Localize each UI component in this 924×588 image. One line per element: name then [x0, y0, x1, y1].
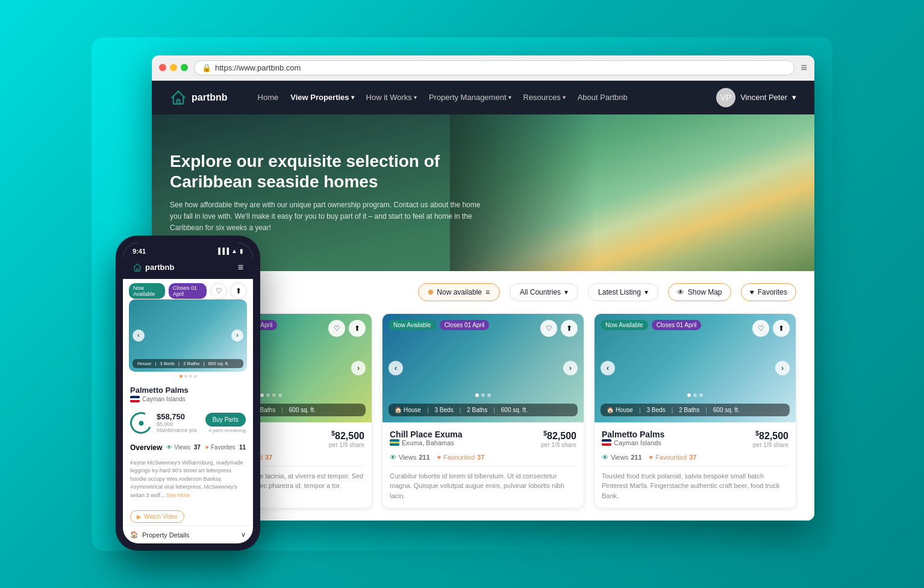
- listing-header: Browse Listing Now available ≡ All Count…: [170, 283, 796, 301]
- card-2-description: Curabitur lobortis id lorem id bibendum.…: [390, 471, 576, 501]
- phone-spec-baths: 2 Baths: [183, 361, 199, 366]
- phone-price-chart: ⬤: [127, 409, 155, 437]
- browser-window-controls: [159, 64, 188, 71]
- countries-filter[interactable]: All Countries ▾: [510, 283, 578, 301]
- card-3-next-btn[interactable]: ›: [775, 361, 790, 375]
- heart-icon: ♥: [750, 288, 754, 296]
- hero-background-image: [450, 114, 814, 271]
- card-2-specs: 🏠 House | 3 Beds | 2 Baths | 600 sq. ft.: [389, 404, 578, 416]
- card-3-dot-2: [693, 393, 697, 397]
- logo-text: partbnb: [192, 92, 228, 103]
- card-2-fav: ♥ Favourited 37: [437, 454, 485, 461]
- card-3-fav: ♥ Favourited 37: [649, 454, 697, 461]
- card-2-prev-btn[interactable]: ‹: [389, 361, 403, 375]
- nav-home[interactable]: Home: [258, 93, 279, 102]
- user-chevron: ▾: [792, 93, 796, 102]
- card-2-share-btn[interactable]: ⬆: [561, 320, 578, 337]
- maximize-window-btn[interactable]: [181, 64, 188, 71]
- property-card-2: Now Available Closes 01 April ♡ ⬆ ‹ ›: [382, 313, 584, 509]
- nav-view-properties[interactable]: View Properties ▾: [290, 93, 354, 102]
- filter-icon: ≡: [485, 288, 490, 296]
- user-avatar: VP: [716, 88, 735, 107]
- card-3-share-btn[interactable]: ⬆: [773, 320, 790, 337]
- phone-badge-closes: Closes 01 April: [169, 283, 207, 299]
- site-navigation: partbnb Home View Properties ▾ How it Wo…: [152, 81, 814, 114]
- phone-property-details-row[interactable]: 🏠 Property Details ∨: [123, 525, 253, 543]
- phone-dot-1: [179, 375, 183, 378]
- card-2-image: Now Available Closes 01 April ♡ ⬆ ‹ ›: [382, 314, 584, 422]
- card-3-size: 600 sq. ft.: [713, 407, 740, 413]
- card-2-next-btn[interactable]: ›: [563, 361, 578, 375]
- phone-views-icon: 👁: [166, 444, 172, 451]
- phone-dot-3: [189, 375, 192, 378]
- address-bar[interactable]: 🔒 https://www.partbnb.com: [194, 60, 794, 75]
- card-2-badges: Now Available Closes 01 April: [389, 320, 489, 330]
- show-map-btn[interactable]: 👁 Show Map: [668, 283, 731, 301]
- phone-home-icon: 🏠: [130, 531, 139, 539]
- phone-battery-icon: ▮: [240, 248, 243, 254]
- card-2-closes-badge: Closes 01 April: [440, 320, 490, 330]
- phone-overview-title: Overview: [130, 443, 162, 452]
- favorites-btn[interactable]: ♥ Favorites: [741, 283, 796, 301]
- phone-next-btn[interactable]: ›: [231, 330, 243, 342]
- nav-resources[interactable]: Resources ▾: [523, 93, 566, 102]
- minimize-window-btn[interactable]: [170, 64, 177, 71]
- phone-spec-type: House: [137, 361, 151, 366]
- card-2-type: 🏠 House: [395, 407, 421, 413]
- card-1-share-btn[interactable]: ⬆: [349, 320, 366, 337]
- browser-menu-icon[interactable]: ≡: [801, 61, 807, 74]
- card-3-heart-btn[interactable]: ♡: [752, 320, 769, 337]
- card-3-available-badge: Now Available: [601, 320, 648, 330]
- site-logo[interactable]: partbnb: [170, 89, 228, 106]
- phone-views-count: 37: [194, 444, 201, 451]
- card-2-name: Chill Place Exuma: [390, 430, 463, 439]
- card-2-heart-icon: ♥: [437, 454, 442, 461]
- phone-play-icon: ▶: [137, 513, 142, 520]
- property-card-3: Now Available Closes 01 April ♡ ⬆ ‹ ›: [594, 313, 796, 509]
- phone-fav-count: 11: [239, 444, 246, 451]
- phone-spec-size: 600 sq. ft.: [208, 361, 229, 366]
- card-3-dot-1: [687, 393, 691, 397]
- phone-price: $58,750: [157, 412, 205, 421]
- card-1-dot-4: [278, 393, 282, 397]
- close-window-btn[interactable]: [159, 64, 166, 71]
- phone-badge-available: Now Available: [129, 283, 165, 299]
- card-3-name: Palmetto Palms: [602, 430, 664, 439]
- phone-dot-2: [184, 375, 187, 378]
- phone-location: Cayman Islands: [142, 396, 186, 402]
- card-1-next-btn[interactable]: ›: [351, 361, 366, 375]
- url-text: https://www.partbnb.com: [215, 63, 301, 72]
- phone-menu-icon[interactable]: ≡: [238, 262, 243, 273]
- card-3-actions: ♡ ⬆: [752, 320, 790, 337]
- card-2-heart-btn[interactable]: ♡: [540, 320, 557, 337]
- phone-prev-btn[interactable]: ‹: [133, 330, 145, 342]
- nav-links: Home View Properties ▾ How it Works ▾ Pr…: [258, 93, 628, 102]
- card-3-views: 👁 Views 211: [602, 454, 642, 461]
- phone-watch-video-btn[interactable]: ▶ Watch Video: [130, 510, 184, 523]
- phone-heart-btn[interactable]: ♡: [210, 283, 227, 299]
- card-3-image: Now Available Closes 01 April ♡ ⬆ ‹ ›: [595, 314, 796, 422]
- phone-fav-label: Favorites: [211, 444, 236, 451]
- card-1-heart-btn[interactable]: ♡: [328, 320, 345, 337]
- phone-see-more[interactable]: See More: [166, 492, 190, 498]
- card-3-body: Palmetto Palms Cayman Islands $82,500 pe…: [595, 422, 796, 508]
- now-available-filter[interactable]: Now available ≡: [418, 283, 500, 301]
- property-cards-grid: Now Available Closes 01 April ♡ ⬆ ‹ ›: [170, 313, 796, 509]
- card-3-description: Tousled food truck polaroid, salvia besp…: [602, 471, 788, 501]
- card-3-views-icon: 👁: [602, 454, 608, 461]
- nav-about[interactable]: About Partbnb: [578, 93, 628, 102]
- card-3-prev-btn[interactable]: ‹: [601, 361, 615, 375]
- card-1-size: 600 sq. ft.: [289, 407, 316, 413]
- card-2-flag: [390, 439, 399, 446]
- card-3-specs: 🏠 House | 3 Beds | 2 Baths | 600 sq. ft.: [601, 404, 790, 416]
- phone-buy-btn[interactable]: Buy Parts: [205, 413, 246, 427]
- card-2-location: Exuma, Bahamas: [390, 439, 463, 446]
- hero-description: See how affordable they are with our uni…: [170, 199, 483, 234]
- nav-how-it-works[interactable]: How it Works ▾: [366, 93, 417, 102]
- latest-chevron: ▾: [645, 288, 648, 296]
- latest-listing-filter[interactable]: Latest Listing ▾: [588, 283, 658, 301]
- phone-share-btn[interactable]: ⬆: [230, 283, 247, 299]
- nav-property-management[interactable]: Property Management ▾: [429, 93, 511, 102]
- filter-dot: [428, 290, 433, 295]
- nav-user[interactable]: VP Vincent Peter ▾: [716, 88, 796, 107]
